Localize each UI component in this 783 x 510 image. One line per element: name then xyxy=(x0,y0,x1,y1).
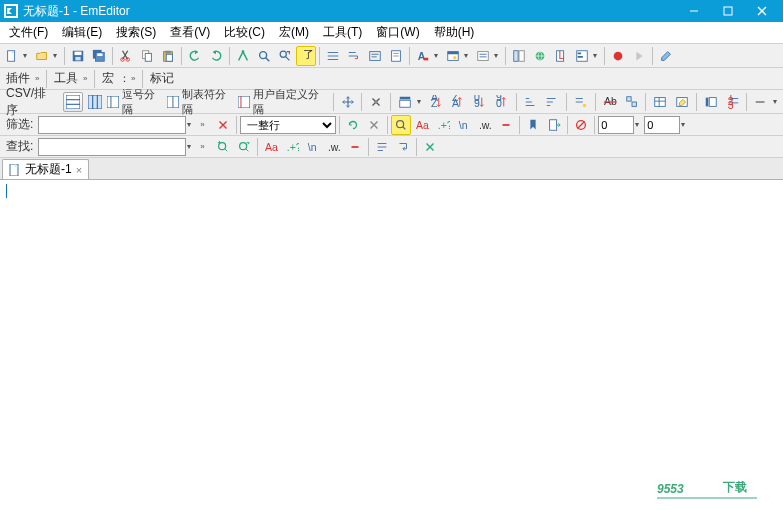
filter-case-button[interactable]: Aa xyxy=(412,115,432,135)
wordwrap-char-button[interactable] xyxy=(344,46,364,66)
toolbar-more-button[interactable] xyxy=(751,92,771,112)
filter-incremental-button[interactable] xyxy=(391,115,411,135)
filter-clear-button[interactable] xyxy=(213,115,233,135)
cut-button[interactable] xyxy=(116,46,136,66)
wordwrap-window-button[interactable] xyxy=(365,46,385,66)
highlight-button[interactable]: 了 xyxy=(296,46,316,66)
menu-help[interactable]: 帮助(H) xyxy=(427,22,482,43)
minimap-dropdown[interactable]: ▾ xyxy=(593,51,601,60)
sort-len-desc-button[interactable] xyxy=(543,92,563,112)
delete-dup-button[interactable]: Abc xyxy=(600,92,620,112)
filter-input[interactable] xyxy=(38,116,186,134)
filter-regex-button[interactable]: .+? xyxy=(433,115,453,135)
filter-lines-below-input[interactable] xyxy=(644,116,680,134)
find-word-button[interactable]: .w. xyxy=(324,137,344,157)
row-header-button[interactable] xyxy=(701,92,721,112)
minimize-button[interactable] xyxy=(677,0,711,22)
menu-tools[interactable]: 工具(T) xyxy=(316,22,369,43)
webpreview-button[interactable] xyxy=(530,46,550,66)
wordwrap-page-button[interactable] xyxy=(386,46,406,66)
filter-block-button[interactable] xyxy=(571,115,591,135)
sort-len-asc-button[interactable] xyxy=(521,92,541,112)
filter-negative-button[interactable] xyxy=(496,115,516,135)
find-input[interactable] xyxy=(38,138,186,156)
filter-history-dropdown[interactable]: ▾ xyxy=(187,120,195,129)
filter-word-button[interactable]: .w. xyxy=(475,115,495,135)
filter-lines-above-input[interactable] xyxy=(598,116,634,134)
large-file-button[interactable]: L xyxy=(551,46,571,66)
plugins-dropdown[interactable]: » xyxy=(35,74,43,83)
tab-close-button[interactable]: × xyxy=(76,164,82,176)
find-button[interactable] xyxy=(254,46,274,66)
filter-column-select[interactable]: 一整行 xyxy=(240,116,336,134)
filter-abort-button[interactable] xyxy=(364,115,384,135)
sort-num-desc-button[interactable]: 90 xyxy=(492,92,512,112)
find-advanced-button[interactable]: » xyxy=(200,142,208,151)
properties-button[interactable] xyxy=(443,46,463,66)
find-close-button[interactable] xyxy=(420,137,440,157)
filter-extract-button[interactable] xyxy=(544,115,564,135)
macro-record-button[interactable] xyxy=(608,46,628,66)
new-dropdown[interactable]: ▾ xyxy=(23,51,31,60)
replace-button[interactable] xyxy=(275,46,295,66)
editor-area[interactable] xyxy=(0,180,783,510)
find-case-button[interactable]: Aa xyxy=(261,137,281,157)
font-button[interactable]: A xyxy=(413,46,433,66)
close-button[interactable] xyxy=(745,0,779,22)
menu-file[interactable]: 文件(F) xyxy=(2,22,55,43)
open-file-button[interactable] xyxy=(32,46,52,66)
maximize-button[interactable] xyxy=(711,0,745,22)
sort-az-desc-button[interactable]: ZA xyxy=(449,92,469,112)
find-regex-button[interactable]: .+? xyxy=(282,137,302,157)
convert-table-button[interactable] xyxy=(650,92,670,112)
properties-dropdown[interactable]: ▾ xyxy=(464,51,472,60)
undo-button[interactable] xyxy=(185,46,205,66)
filter-bookmark-button[interactable] xyxy=(523,115,543,135)
sort-az-asc-button[interactable]: AZ xyxy=(427,92,447,112)
copy-button[interactable] xyxy=(137,46,157,66)
macro-play-button[interactable] xyxy=(629,46,649,66)
sort-options-button[interactable] xyxy=(571,92,591,112)
jump-button[interactable] xyxy=(233,46,253,66)
menu-window[interactable]: 窗口(W) xyxy=(369,22,426,43)
save-all-button[interactable] xyxy=(89,46,109,66)
menu-compare[interactable]: 比较(C) xyxy=(217,22,272,43)
tab-sep-button[interactable]: 制表符分隔 xyxy=(167,87,236,117)
document-tab[interactable]: 无标题-1 × xyxy=(2,159,89,179)
find-wrap-button[interactable] xyxy=(393,137,413,157)
macros-label[interactable]: 宏 xyxy=(98,70,118,87)
open-dropdown[interactable]: ▾ xyxy=(53,51,61,60)
menu-macro[interactable]: 宏(M) xyxy=(272,22,316,43)
tools-dropdown-2[interactable]: » xyxy=(83,74,91,83)
find-history-dropdown[interactable]: ▾ xyxy=(187,142,195,151)
find-around-button[interactable] xyxy=(345,137,365,157)
config-button[interactable] xyxy=(473,46,493,66)
csv-mode-button[interactable] xyxy=(85,92,105,112)
find-escape-button[interactable]: \n xyxy=(303,137,323,157)
macros-dropdown[interactable]: » xyxy=(131,74,139,83)
heading-button[interactable] xyxy=(395,92,415,112)
settings-icon[interactable] xyxy=(366,92,386,112)
sort-num-asc-button[interactable]: 09 xyxy=(470,92,490,112)
minimap-button[interactable] xyxy=(572,46,592,66)
menu-search[interactable]: 搜索(S) xyxy=(109,22,163,43)
filter-escape-button[interactable]: \n xyxy=(454,115,474,135)
find-next-button[interactable] xyxy=(234,137,254,157)
user-sep-button[interactable]: 用户自定义分隔 xyxy=(238,87,329,117)
menu-view[interactable]: 查看(V) xyxy=(163,22,217,43)
wordwrap-none-button[interactable] xyxy=(323,46,343,66)
edit-cell-button[interactable] xyxy=(672,92,692,112)
filter-advanced-button[interactable]: » xyxy=(200,120,208,129)
config-dropdown[interactable]: ▾ xyxy=(494,51,502,60)
outline-button[interactable] xyxy=(509,46,529,66)
line-number-button[interactable]: 123 xyxy=(723,92,743,112)
normal-mode-button[interactable] xyxy=(63,92,83,112)
bookmark-dup-button[interactable] xyxy=(622,92,642,112)
marks-label[interactable]: 标记 xyxy=(146,70,178,87)
font-dropdown[interactable]: ▾ xyxy=(434,51,442,60)
redo-button[interactable] xyxy=(206,46,226,66)
move-column-button[interactable] xyxy=(338,92,358,112)
new-file-button[interactable] xyxy=(2,46,22,66)
paste-button[interactable] xyxy=(158,46,178,66)
tools-button[interactable] xyxy=(656,46,676,66)
